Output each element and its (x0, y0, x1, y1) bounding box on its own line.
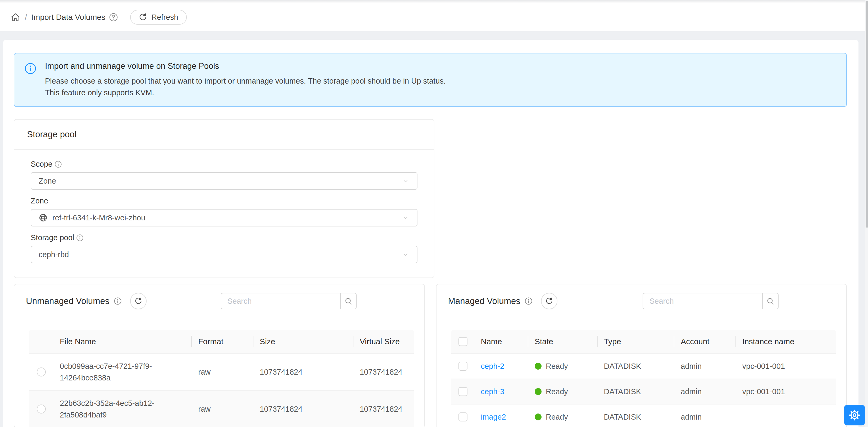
size-cell: 1073741824 (253, 366, 353, 378)
row-checkbox[interactable] (459, 362, 467, 371)
pool-select-value: ceph-rbd (39, 250, 397, 259)
table-row[interactable]: 0cb099aa-cc7e-4721-97f9-14264bce838a raw… (29, 353, 414, 390)
unmanaged-refresh-button[interactable] (130, 293, 147, 309)
alert-description-line1: Please choose a storage pool that you wa… (45, 75, 446, 87)
managed-card-title: Managed Volumes (448, 296, 520, 306)
unmanaged-table-header: File Name Format Size Virtual Size (29, 330, 414, 353)
zone-label: Zone (31, 196, 48, 205)
account-cell: admin (674, 360, 736, 372)
scope-select-value: Zone (39, 177, 397, 185)
alert-description-line2: This feature only supports KVM. (45, 87, 446, 98)
pool-label: Storage pool (31, 233, 74, 242)
managed-refresh-button[interactable] (541, 293, 557, 309)
type-cell: DATADISK (598, 360, 675, 372)
column-header-name: Name (475, 337, 528, 346)
storage-pool-card-header: Storage pool (14, 120, 434, 150)
managed-table-header: Name State Type Account Instance name (451, 330, 836, 353)
format-cell: raw (192, 403, 253, 415)
gear-icon (848, 409, 861, 421)
row-checkbox[interactable] (459, 413, 467, 422)
unmanaged-card-title: Unmanaged Volumes (26, 296, 110, 306)
radio-button[interactable] (37, 404, 46, 414)
reload-icon (134, 297, 142, 305)
scope-label: Scope (31, 160, 52, 169)
reload-icon (545, 297, 553, 305)
breadcrumb-header: / Import Data Volumes Refresh (0, 3, 868, 31)
scope-select[interactable]: Zone (31, 172, 417, 190)
virtual-size-cell: 1073741824 (353, 366, 414, 378)
scrollbar[interactable] (865, 0, 868, 427)
file-name-cell: 0cb099aa-cc7e-4721-97f9-14264bce838a (60, 362, 152, 382)
reload-icon (138, 13, 147, 22)
managed-volumes-card: Managed Volumes (436, 284, 847, 427)
size-cell: 1073741824 (253, 403, 353, 415)
column-header-type: Type (598, 337, 675, 346)
radio-button[interactable] (37, 367, 46, 376)
zone-select-value: ref-trl-6341-k-Mr8-wei-zhou (52, 214, 397, 222)
unmanaged-card-header: Unmanaged Volumes (14, 284, 424, 318)
settings-fab-button[interactable] (844, 405, 865, 425)
managed-info-icon[interactable] (525, 297, 532, 305)
state-cell: Ready (546, 411, 568, 423)
account-cell: admin (674, 411, 736, 423)
info-alert-body: Import and unmanage volume on Storage Po… (45, 61, 446, 98)
column-header-file-name: File Name (54, 337, 192, 346)
unmanaged-volumes-card: Unmanaged Volumes (14, 284, 425, 427)
managed-table: Name State Type Account Instance name ce… (451, 330, 836, 427)
top-shadow-strip (0, 0, 868, 3)
pool-label-row: Storage pool (31, 233, 417, 242)
zone-label-row: Zone (31, 196, 417, 205)
pool-info-icon[interactable] (76, 234, 84, 242)
table-row[interactable]: ceph-2 Ready DATADISK admin vpc-001-001 (451, 353, 836, 378)
pool-select[interactable]: ceph-rbd (31, 246, 417, 263)
virtual-size-cell: 1073741824 (353, 403, 414, 415)
unmanaged-search-group (221, 293, 356, 309)
scope-info-icon[interactable] (55, 160, 62, 168)
state-cell: Ready (546, 386, 568, 397)
scrollbar-thumb[interactable] (866, 1, 868, 227)
storage-pool-card: Storage pool Scope Zone Zone (14, 119, 434, 278)
unmanaged-search-input[interactable] (221, 293, 340, 309)
format-cell: raw (192, 366, 253, 378)
managed-card-header: Managed Volumes (436, 284, 846, 318)
managed-search-button[interactable] (762, 293, 779, 309)
table-row[interactable]: image2 Ready DATADISK admin (451, 404, 836, 427)
refresh-button-label: Refresh (151, 13, 178, 22)
volume-cards-row: Unmanaged Volumes (14, 284, 847, 427)
volume-name-link[interactable]: ceph-2 (481, 362, 504, 370)
unmanaged-search-button[interactable] (340, 293, 356, 309)
chevron-down-icon (402, 250, 409, 258)
status-dot-green (535, 363, 541, 370)
column-header-account: Account (674, 337, 736, 346)
column-header-state: State (528, 337, 598, 346)
table-row[interactable]: 22b63c2b-352a-4ec5-ab12-2fa508d4baf9 raw… (29, 390, 414, 427)
scope-label-row: Scope (31, 160, 417, 169)
volume-name-link[interactable]: image2 (481, 413, 506, 421)
managed-search-input[interactable] (643, 293, 762, 309)
home-icon[interactable] (10, 12, 21, 23)
instance-name-cell: vpc-001-001 (736, 360, 836, 372)
column-header-virtual-size: Virtual Size (353, 337, 414, 346)
instance-name-cell: vpc-001-001 (736, 386, 836, 397)
page-title: Import Data Volumes (31, 13, 105, 22)
table-row[interactable]: ceph-3 Ready DATADISK admin vpc-001-001 (451, 378, 836, 404)
refresh-button[interactable]: Refresh (130, 10, 187, 25)
globe-icon (39, 213, 48, 222)
managed-search-group (643, 293, 779, 309)
column-header-size: Size (253, 337, 353, 346)
column-header-instance-name: Instance name (736, 337, 836, 346)
help-icon[interactable] (109, 13, 118, 22)
unmanaged-info-icon[interactable] (114, 297, 122, 305)
storage-pool-card-title: Storage pool (27, 129, 76, 140)
select-all-checkbox[interactable] (459, 337, 467, 346)
zone-select[interactable]: ref-trl-6341-k-Mr8-wei-zhou (31, 209, 417, 226)
search-icon (344, 297, 352, 305)
info-circle-icon (24, 62, 36, 74)
row-checkbox[interactable] (459, 387, 467, 396)
content-panel: Import and unmanage volume on Storage Po… (3, 40, 859, 427)
search-icon (767, 297, 774, 305)
managed-table-wrapper: Name State Type Account Instance name ce… (436, 318, 846, 427)
volume-name-link[interactable]: ceph-3 (481, 387, 504, 396)
file-name-cell: 22b63c2b-352a-4ec5-ab12-2fa508d4baf9 (60, 399, 155, 419)
unmanaged-table: File Name Format Size Virtual Size 0cb09… (29, 330, 414, 427)
